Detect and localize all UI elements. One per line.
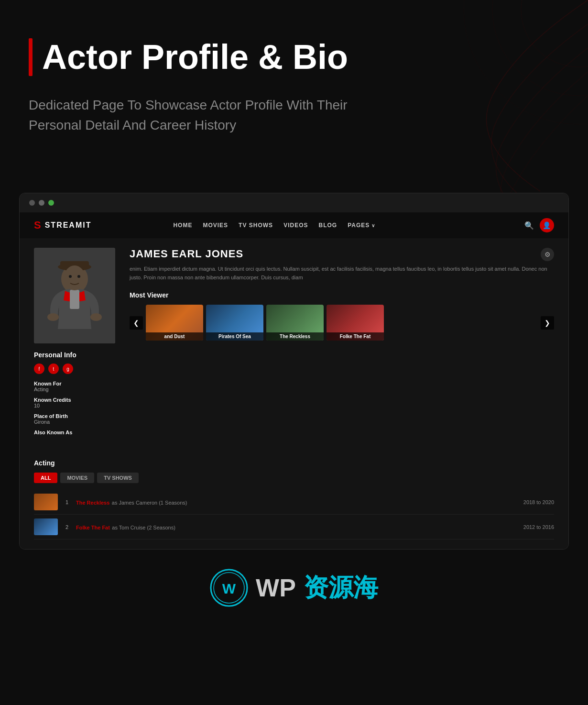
acting-num-0: 1 [64, 499, 70, 505]
acting-row-1: 2 Folke The Fat as Tom Cruise (2 Seasons… [34, 515, 554, 540]
movie-card-2[interactable]: The Reckless [266, 305, 324, 341]
acting-title-link-1[interactable]: Folke The Fat [76, 525, 110, 530]
acting-num-1: 2 [64, 524, 70, 530]
personal-info-title: Personal Info [34, 351, 115, 359]
svg-point-12 [77, 275, 80, 278]
actor-name: JAMES EARL JONES [130, 248, 243, 260]
site-logo[interactable]: S STREAMIT [34, 219, 91, 231]
red-accent-bar [29, 38, 33, 76]
most-viewer-section: Most Viewer ❮ and Dust Pirates Of Sea Th… [130, 291, 554, 341]
place-of-birth-item: Place of Birth Girona [34, 413, 115, 425]
settings-icon: ⚙ [544, 251, 551, 258]
movie-card-label-2: The Reckless [266, 332, 324, 341]
nav-links: HOME MOVIES TV SHOWS VIDEOS BLOG PAGES [173, 222, 375, 229]
nav-home[interactable]: HOME [173, 222, 192, 229]
personal-info-section: Personal Info f t g Known For Acting Kno… [34, 351, 115, 435]
place-of-birth-label: Place of Birth [34, 413, 115, 419]
facebook-icon[interactable]: f [34, 364, 44, 374]
actor-bio: enim. Etiam imperdiet dictum magna. Ut t… [130, 265, 554, 282]
nav-icons: 🔍 👤 [524, 218, 554, 232]
carousel-prev-button[interactable]: ❮ [130, 316, 143, 330]
acting-section: Acting ALL MOVIES TV SHOWS 1 The Reckles… [20, 459, 568, 549]
svg-rect-7 [70, 290, 79, 309]
hero-section: Actor Profile & Bio Dedicated Page To Sh… [0, 0, 588, 164]
known-for-label: Known For [34, 381, 115, 386]
search-icon[interactable]: 🔍 [524, 221, 534, 230]
browser-dot-2 [39, 200, 44, 206]
acting-role-0: as James Cameron (1 Seasons) [112, 500, 187, 506]
movies-carousel: ❮ and Dust Pirates Of Sea The Reckless [130, 305, 554, 341]
known-credits-item: Known Credits 10 [34, 397, 115, 408]
acting-tab-movies[interactable]: MOVIES [60, 473, 94, 483]
movie-card-1[interactable]: Pirates Of Sea [206, 305, 263, 341]
wp-footer: W WP 资源海 [0, 550, 588, 621]
social-icons: f t g [34, 364, 115, 374]
acting-title: Acting [34, 459, 554, 467]
also-known-as-label: Also Known As [34, 430, 115, 435]
acting-row-0: 1 The Reckless as James Cameron (1 Seaso… [34, 490, 554, 515]
known-for-value: Acting [34, 386, 115, 392]
acting-tabs: ALL MOVIES TV SHOWS [34, 473, 554, 483]
user-icon: 👤 [543, 221, 551, 229]
nav-pages[interactable]: PAGES [348, 222, 375, 229]
acting-thumb-1 [34, 518, 58, 535]
inner-site: S STREAMIT HOME MOVIES TV SHOWS VIDEOS B… [20, 212, 568, 549]
also-known-as-item: Also Known As [34, 430, 115, 435]
wp-text: WP [256, 573, 296, 602]
movie-card-label-0: and Dust [146, 332, 203, 341]
browser-topbar [20, 193, 568, 212]
known-credits-value: 10 [34, 403, 115, 408]
browser-dot-3 [48, 200, 54, 206]
twitter-icon[interactable]: t [48, 364, 59, 374]
svg-point-10 [64, 265, 85, 290]
wp-chinese-text: 资源海 [304, 571, 378, 605]
acting-info-1: Folke The Fat as Tom Cruise (2 Seasons) [76, 523, 518, 531]
svg-point-11 [69, 275, 72, 278]
movie-cards-container: and Dust Pirates Of Sea The Reckless Fol… [146, 305, 538, 341]
carousel-next-button[interactable]: ❯ [541, 316, 554, 330]
nav-tvshows[interactable]: TV SHOWS [239, 222, 273, 229]
google-icon[interactable]: g [63, 364, 73, 374]
svg-point-9 [90, 313, 102, 321]
browser-mockup: S STREAMIT HOME MOVIES TV SHOWS VIDEOS B… [19, 193, 569, 550]
nav-videos[interactable]: VIDEOS [283, 222, 308, 229]
movie-card-0[interactable]: and Dust [146, 305, 203, 341]
acting-tab-all[interactable]: ALL [34, 473, 57, 483]
wp-logo-icon: W [210, 569, 248, 607]
acting-years-1: 2012 to 2016 [523, 524, 554, 530]
nav-blog[interactable]: BLOG [318, 222, 337, 229]
acting-tab-tvshows[interactable]: TV SHOWS [97, 473, 139, 483]
place-of-birth-value: Girona [34, 419, 115, 425]
known-credits-label: Known Credits [34, 397, 115, 403]
actor-right-column: JAMES EARL JONES ⚙ enim. Etiam imperdiet… [130, 248, 554, 440]
page-title: Actor Profile & Bio [42, 38, 348, 76]
logo-s: S [34, 219, 42, 231]
movie-card-label-1: Pirates Of Sea [206, 332, 263, 341]
nav-movies[interactable]: MOVIES [203, 222, 228, 229]
acting-years-0: 2018 to 2020 [523, 499, 554, 505]
actor-photo [34, 248, 115, 343]
movie-card-3[interactable]: Folke The Fat [327, 305, 384, 341]
settings-button[interactable]: ⚙ [541, 248, 554, 261]
svg-point-8 [47, 313, 59, 321]
svg-text:W: W [222, 581, 236, 596]
user-avatar-button[interactable]: 👤 [540, 218, 554, 232]
most-viewer-title: Most Viewer [130, 291, 554, 299]
acting-info-0: The Reckless as James Cameron (1 Seasons… [76, 498, 518, 507]
acting-role-1: as Tom Cruise (2 Seasons) [112, 525, 175, 530]
hero-subtitle: Dedicated Page To Showcase Actor Profile… [29, 95, 363, 135]
movie-card-label-3: Folke The Fat [327, 332, 384, 341]
actor-profile-section: Personal Info f t g Known For Acting Kno… [20, 238, 568, 450]
hero-title-block: Actor Profile & Bio [29, 38, 559, 76]
actor-left-column: Personal Info f t g Known For Acting Kno… [34, 248, 115, 440]
acting-thumb-0 [34, 494, 58, 510]
browser-dot-1 [29, 200, 35, 206]
logo-text: STREAMIT [45, 221, 92, 230]
acting-title-link-0[interactable]: The Reckless [76, 500, 109, 506]
site-navbar: S STREAMIT HOME MOVIES TV SHOWS VIDEOS B… [20, 212, 568, 238]
known-for-item: Known For Acting [34, 381, 115, 392]
